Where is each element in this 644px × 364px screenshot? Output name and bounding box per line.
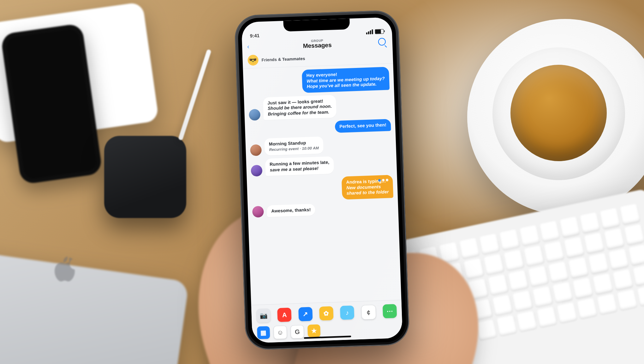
- search-button[interactable]: [376, 36, 387, 47]
- gallery-app[interactable]: ▦: [257, 326, 270, 339]
- earbud-case: [104, 136, 186, 218]
- message-row[interactable]: Perfect, see you then!: [249, 119, 391, 136]
- photos-app[interactable]: ✿: [319, 306, 334, 321]
- share-app[interactable]: ↗: [298, 307, 313, 321]
- participants-avatar: 😎: [247, 55, 259, 66]
- card-subtitle: Recurring event · 10:00 AM: [269, 146, 319, 152]
- message-thread[interactable]: Hey everyone!What time are we meeting up…: [243, 64, 398, 218]
- pay-app[interactable]: ￠: [361, 305, 376, 320]
- sender-avatar[interactable]: [251, 165, 262, 177]
- incoming-bubble[interactable]: Just saw it — looks great!Should be ther…: [263, 95, 337, 120]
- message-line: Awesome, thanks!: [271, 207, 311, 214]
- sender-avatar[interactable]: [250, 144, 262, 156]
- store-app[interactable]: A: [277, 308, 292, 322]
- desk-scene: 9:41 ‹ GROUP Messages 😎 Friends & Teamma…: [0, 0, 644, 364]
- back-button[interactable]: ‹: [247, 42, 258, 50]
- message-row[interactable]: Hey everyone!What time are we meeting up…: [247, 67, 390, 94]
- participants-names: Friends & Teammates: [261, 56, 305, 62]
- sender-avatar[interactable]: [252, 206, 264, 218]
- more-app[interactable]: ⋯: [383, 304, 397, 318]
- message-row[interactable]: Morning StandupRecurring event · 10:00 A…: [250, 134, 392, 156]
- device-stack: [0, 2, 159, 144]
- event-card-bubble[interactable]: Morning StandupRecurring event · 10:00 A…: [264, 136, 323, 155]
- battery-icon: [375, 29, 384, 34]
- message-row[interactable]: Just saw it — looks great!Should be ther…: [248, 93, 391, 121]
- message-line: Perfect, see you then!: [339, 122, 386, 130]
- sender-avatar[interactable]: [249, 109, 260, 121]
- stylus-pen: [178, 49, 212, 141]
- status-time: 9:41: [250, 33, 260, 39]
- message-line: shared to the folder: [347, 189, 389, 196]
- laptop-corner: [0, 246, 189, 364]
- sticker-app[interactable]: ★: [307, 324, 320, 337]
- outgoing-bubble[interactable]: Hey everyone!What time are we meeting up…: [302, 67, 390, 93]
- message-row[interactable]: Awesome, thanks!: [252, 201, 394, 218]
- header-title: Messages: [303, 42, 331, 49]
- incoming-bubble[interactable]: Awesome, thanks!: [267, 203, 315, 217]
- signal-icon: [366, 29, 373, 34]
- outgoing-bubble[interactable]: Perfect, see you then!: [335, 119, 391, 133]
- phone-device: 9:41 ‹ GROUP Messages 😎 Friends & Teamma…: [234, 10, 410, 350]
- search-icon: [378, 38, 386, 46]
- apple-logo-icon: [54, 257, 76, 282]
- music-app[interactable]: ♪: [340, 306, 355, 320]
- message-row[interactable]: Running a few minutes late,save me a sea…: [251, 154, 393, 177]
- outgoing-bubble[interactable]: Andrea is typing…New documentsshared to …: [342, 175, 393, 199]
- message-row[interactable]: Andrea is typing…New documentsshared to …: [251, 175, 393, 203]
- typing-indicator-icon: [378, 179, 388, 182]
- camera-app[interactable]: 📷: [256, 308, 271, 323]
- coffee-liquid: [510, 65, 607, 161]
- memoji-app[interactable]: ☺: [273, 325, 287, 339]
- phone-screen[interactable]: 9:41 ‹ GROUP Messages 😎 Friends & Teamma…: [241, 17, 402, 343]
- incoming-bubble[interactable]: Running a few minutes late,save me a sea…: [265, 156, 334, 176]
- gif-app[interactable]: G: [290, 325, 304, 338]
